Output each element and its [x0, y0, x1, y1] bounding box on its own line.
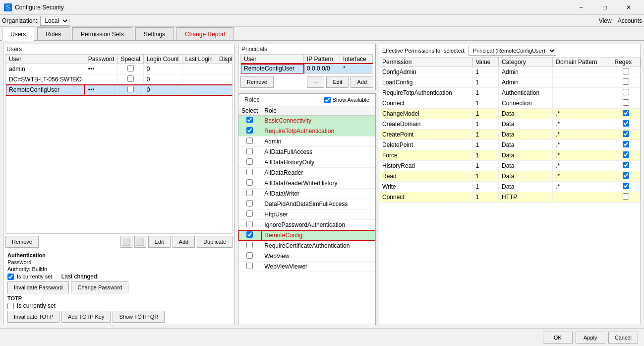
table-row[interactable]: CreatePoint 1 Data .* [379, 130, 641, 140]
is-currently-set-row: Is currently set Last changed: [7, 273, 231, 280]
table-row[interactable]: Write 1 Data .* [379, 182, 641, 192]
invalidate-password-button[interactable]: Invalidate Password [7, 281, 69, 293]
change-password-button[interactable]: Change Password [71, 281, 128, 293]
close-button[interactable]: ✕ [617, 0, 640, 14]
user-last-login [182, 85, 216, 95]
user-login-count: 0 [143, 85, 182, 95]
table-row[interactable]: AllDataHistoryOnly [238, 157, 375, 168]
role-name: WebViewViewer [261, 262, 375, 272]
right-menus: View Accounts [599, 17, 642, 24]
table-row[interactable]: RequireCertificateAuthentication [238, 241, 375, 251]
col-display: Displ... [216, 55, 233, 64]
perm-category: Admin [499, 77, 553, 88]
table-row[interactable]: HttpUser [238, 209, 375, 220]
user-name: admin [6, 64, 85, 74]
table-row[interactable]: WebViewViewer [238, 262, 375, 272]
table-row[interactable]: RequireTotpAuthentication [238, 126, 375, 137]
tab-roles[interactable]: Roles [37, 27, 69, 40]
show-available-checkbox[interactable] [324, 97, 331, 103]
role-name: WebView [261, 251, 375, 262]
table-row[interactable]: ChangeModel 1 Data .* [379, 109, 641, 119]
role-name: IgnorePasswordAuthentication [261, 220, 375, 230]
table-row[interactable]: admin ••• 0 [6, 64, 233, 74]
perm-regex [611, 98, 641, 109]
perm-regex [611, 119, 641, 130]
table-row[interactable]: RemoteConfigUser ••• 0 [6, 85, 233, 95]
tab-permission-sets[interactable]: Permission Sets [72, 27, 132, 40]
role-check [238, 126, 261, 137]
perm-domain [553, 98, 611, 109]
org-select[interactable]: Local [40, 16, 69, 26]
is-currently-checkbox[interactable] [7, 274, 14, 280]
col-ip-pattern: IP Pattern [304, 55, 340, 64]
col-value: Value [472, 58, 499, 67]
role-check [238, 157, 261, 168]
add-user-button[interactable]: Add [173, 236, 195, 248]
table-row[interactable]: WebView [238, 251, 375, 262]
table-row[interactable]: ConfigAdmin 1 Admin [379, 67, 641, 77]
table-row[interactable]: HistoryRead 1 Data .* [379, 161, 641, 171]
perm-name: Force [379, 150, 472, 161]
table-row[interactable]: Read 1 Data .* [379, 171, 641, 182]
user-special [117, 85, 143, 95]
cancel-button[interactable]: Cancel [608, 332, 638, 344]
perm-value: 1 [472, 192, 499, 203]
roles-title: Roles [241, 95, 263, 105]
tab-users[interactable]: Users [2, 28, 34, 41]
view-menu[interactable]: View [599, 17, 612, 24]
totp-currently-checkbox[interactable] [7, 303, 14, 309]
edit-user-button[interactable]: Edit [148, 236, 171, 248]
user-special [117, 64, 143, 74]
more-principal-button[interactable]: ··· [307, 76, 324, 88]
perm-category: Data [499, 150, 553, 161]
table-row[interactable]: AllDataFullAccess [238, 147, 375, 157]
table-row[interactable]: Force 1 Data .* [379, 150, 641, 161]
table-row[interactable]: AllDataWriter [238, 189, 375, 199]
table-row[interactable]: RemoteConfig [238, 230, 375, 241]
authority-label: Authority: BuiltIn [7, 266, 231, 272]
copy-button-2[interactable]: ⬜ [134, 236, 146, 248]
user-login-count: 0 [143, 64, 182, 74]
edit-principal-button[interactable]: Edit [326, 76, 349, 88]
perm-category: Data [499, 140, 553, 150]
remove-principal-button[interactable]: Remove [240, 76, 274, 88]
table-row[interactable]: Connect 1 HTTP [379, 192, 641, 203]
perm-selector[interactable]: Principal (RemoteConfigUser) User (Remot… [468, 46, 556, 56]
table-row[interactable]: LoadConfig 1 Admin [379, 77, 641, 88]
perm-name: CreateDomain [379, 119, 472, 130]
table-row[interactable]: DeletePoint 1 Data .* [379, 140, 641, 150]
remove-user-button[interactable]: Remove [5, 236, 39, 248]
table-row[interactable]: AllDataReaderWriterHistory [238, 178, 375, 189]
ok-button[interactable]: OK [543, 332, 573, 344]
role-name: AllDataWriter [261, 189, 375, 199]
table-row[interactable]: DataPidAndDataSimFullAccess [238, 199, 375, 209]
role-check [238, 137, 261, 147]
minimize-button[interactable]: − [570, 0, 592, 14]
table-row[interactable]: RequireTotpAuthentication 1 Authenticati… [379, 88, 641, 98]
tab-settings[interactable]: Settings [135, 27, 174, 40]
table-row[interactable]: IgnorePasswordAuthentication [238, 220, 375, 230]
table-row[interactable]: CreateDomain 1 Data .* [379, 119, 641, 130]
add-principal-button[interactable]: Add [351, 76, 373, 88]
table-row[interactable]: DC=SWTB-LT-056.SWTBO 0 [6, 74, 233, 85]
add-totp-button[interactable]: Add TOTP Key [61, 311, 111, 323]
accounts-menu[interactable]: Accounts [618, 17, 642, 24]
table-row[interactable]: RemoteConfigUser 0.0.0.0/0 * [241, 64, 373, 73]
table-row[interactable]: AllDataReader [238, 168, 375, 178]
tab-change-report[interactable]: Change Report [176, 27, 234, 40]
table-row[interactable]: Connect 1 Connection [379, 98, 641, 109]
table-row[interactable]: BasicConnectivity [238, 116, 375, 126]
perm-regex [611, 109, 641, 119]
table-row[interactable]: Admin [238, 137, 375, 147]
invalidate-totp-button[interactable]: Invalidate TOTP [7, 311, 59, 323]
perm-category: Admin [499, 67, 553, 77]
perm-value: 1 [472, 140, 499, 150]
duplicate-user-button[interactable]: Duplicate [197, 236, 233, 248]
role-check [238, 199, 261, 209]
copy-button-1[interactable]: ⬜ [120, 236, 132, 248]
perm-regex [611, 130, 641, 140]
apply-button[interactable]: Apply [576, 332, 605, 344]
maximize-button[interactable]: □ [593, 0, 616, 14]
is-currently-label: Is currently set [17, 274, 53, 279]
show-totp-button[interactable]: Show TOTP QR [113, 311, 165, 323]
